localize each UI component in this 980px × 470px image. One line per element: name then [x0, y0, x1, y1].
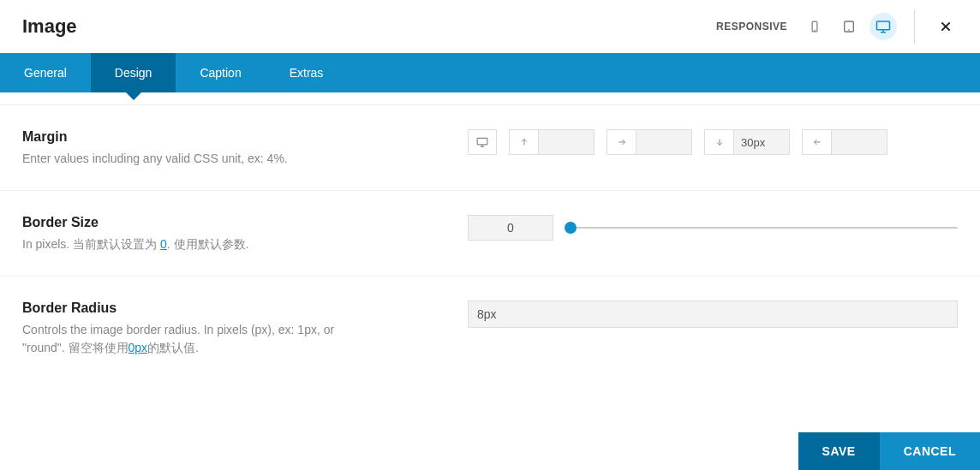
- slider-thumb[interactable]: [565, 222, 577, 234]
- tabs-bar: General Design Caption Extras: [0, 53, 980, 92]
- border-size-row: Border Size In pixels. 当前默认设置为 0. 使用默认参数…: [0, 191, 980, 277]
- border-size-default-link[interactable]: 0: [160, 237, 167, 251]
- margin-top-combo: [509, 129, 595, 155]
- arrow-left-icon[interactable]: [802, 129, 831, 155]
- border-radius-label: Border Radius: [22, 300, 433, 316]
- border-size-desc-prefix: In pixels. 当前默认设置为: [22, 237, 160, 251]
- footer-bar: SAVE CANCEL: [798, 432, 980, 470]
- border-size-left-col: Border Size In pixels. 当前默认设置为 0. 使用默认参数…: [22, 215, 433, 253]
- tablet-icon[interactable]: [835, 13, 863, 40]
- border-size-slider[interactable]: [571, 227, 958, 229]
- close-icon[interactable]: [932, 16, 959, 37]
- phone-icon[interactable]: [801, 13, 828, 40]
- arrow-down-icon[interactable]: [704, 129, 733, 155]
- responsive-label: RESPONSIVE: [716, 21, 787, 33]
- border-size-controls: [468, 215, 958, 253]
- content-area: Margin Enter values including any valid …: [0, 105, 980, 379]
- margin-left-combo: [802, 129, 887, 155]
- margin-bottom-combo: [704, 129, 790, 155]
- border-radius-input[interactable]: [468, 300, 958, 328]
- border-size-desc-suffix: . 使用默认参数.: [167, 237, 249, 251]
- margin-bottom-input[interactable]: [733, 129, 790, 155]
- margin-right-input[interactable]: [636, 129, 692, 155]
- border-size-desc: In pixels. 当前默认设置为 0. 使用默认参数.: [22, 235, 433, 253]
- margin-label: Margin: [22, 129, 433, 145]
- tab-caption[interactable]: Caption: [176, 53, 265, 92]
- border-radius-controls: [468, 300, 958, 357]
- header-right: RESPONSIVE: [716, 9, 959, 44]
- divider: [914, 9, 915, 44]
- margin-left-input[interactable]: [831, 129, 887, 155]
- margin-top-input[interactable]: [538, 129, 595, 155]
- header-bar: Image RESPONSIVE: [0, 0, 980, 53]
- arrow-right-icon[interactable]: [607, 129, 636, 155]
- margin-device-icon[interactable]: [468, 129, 497, 155]
- svg-rect-4: [877, 21, 890, 30]
- border-radius-row: Border Radius Controls the image border …: [0, 277, 980, 379]
- page-title: Image: [22, 15, 77, 38]
- border-size-label: Border Size: [22, 215, 433, 230]
- desktop-icon[interactable]: [869, 13, 897, 40]
- svg-rect-9: [477, 138, 487, 145]
- border-size-input[interactable]: [468, 215, 553, 241]
- margin-row: Margin Enter values including any valid …: [0, 105, 980, 191]
- tab-extras[interactable]: Extras: [266, 53, 348, 92]
- tab-design[interactable]: Design: [91, 53, 176, 92]
- border-radius-default-link[interactable]: 0px: [128, 341, 148, 354]
- margin-left-col: Margin Enter values including any valid …: [22, 129, 433, 168]
- margin-right-combo: [607, 129, 692, 155]
- save-button[interactable]: SAVE: [798, 432, 880, 470]
- margin-controls: [468, 129, 958, 168]
- border-radius-desc-suffix: 的默认值.: [147, 341, 199, 354]
- border-radius-left-col: Border Radius Controls the image border …: [22, 300, 433, 357]
- tab-general[interactable]: General: [0, 53, 91, 92]
- arrow-up-icon[interactable]: [509, 129, 538, 155]
- cancel-button[interactable]: CANCEL: [880, 432, 980, 470]
- border-radius-desc: Controls the image border radius. In pix…: [22, 321, 365, 357]
- margin-desc: Enter values including any valid CSS uni…: [22, 150, 433, 168]
